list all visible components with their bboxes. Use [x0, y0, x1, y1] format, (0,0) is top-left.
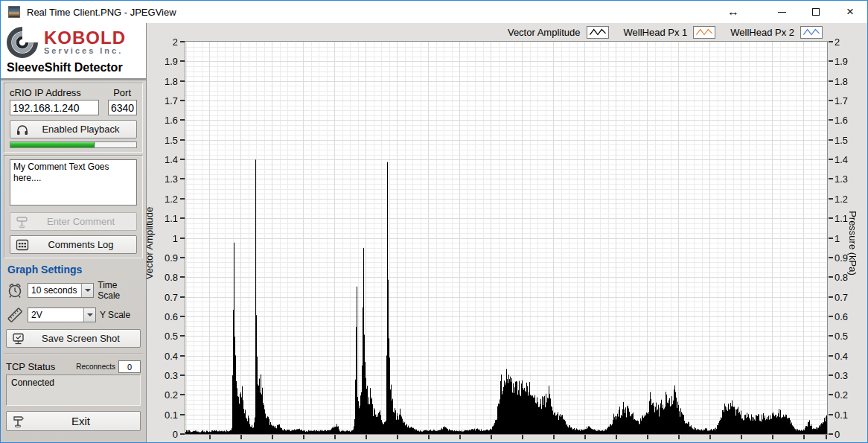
app-title: SleeveShift Detector [1, 60, 146, 80]
title-bar[interactable]: Real Time Client.PNG - JPEGView ↔ × [1, 1, 867, 23]
y-tick-mark [829, 276, 833, 278]
y-tick-mark [180, 276, 185, 278]
y-tick-label: 1.8 [835, 75, 848, 86]
y-tick-mark [180, 414, 185, 415]
y-tick-label: 0.7 [165, 291, 178, 302]
comment-textarea[interactable]: My Comment Text Goes here.... [10, 159, 137, 205]
clock-icon [6, 281, 24, 299]
combo-arrow-icon[interactable] [83, 308, 95, 322]
y-tick-mark [829, 355, 833, 357]
y-tick-mark [180, 375, 185, 376]
y-tick-mark [829, 119, 833, 121]
enter-comment-label: Enter Comment [30, 216, 132, 227]
y-tick-mark [829, 139, 833, 141]
y-tick-label: 1.3 [835, 173, 848, 185]
y-tick-mark [829, 178, 833, 179]
screenshot-icon [11, 332, 26, 345]
legend-item-vector-amplitude: Vector Amplitude [508, 26, 609, 39]
y-tick-mark [180, 238, 185, 239]
legend-label: WellHead Px 2 [730, 27, 794, 38]
legend-label: WellHead Px 1 [624, 27, 688, 38]
sidebar: KOBOLD Services Inc. SleeveShift Detecto… [1, 23, 147, 442]
y-tick-mark [829, 100, 833, 101]
resize-arrows-icon: ↔ [727, 1, 739, 23]
y-tick-mark [180, 198, 185, 200]
y-tick-label: 1.6 [835, 115, 848, 126]
brand-name: KOBOLD [44, 30, 126, 46]
y-tick-label: 1.7 [835, 95, 848, 106]
y-tick-mark [180, 355, 185, 357]
y-tick-label: 1.2 [835, 193, 848, 204]
line-swatch-icon [587, 26, 609, 39]
x-tick-mark [491, 435, 492, 439]
app-icon [8, 6, 20, 18]
left-axis-title: Vector Amplitude [147, 199, 155, 288]
enabled-playback-button[interactable]: Enabled Playback [10, 120, 137, 138]
y-tick-mark [180, 41, 185, 42]
kobold-logo: KOBOLD Services Inc. [1, 23, 146, 60]
y-scale-select[interactable]: 2V [28, 307, 96, 322]
y-tick-label: 1.7 [165, 95, 178, 106]
y-tick-label: 0.3 [165, 369, 178, 380]
y-tick-label: 0 [835, 429, 840, 440]
y-tick-mark [829, 217, 833, 219]
x-tick-mark [647, 435, 648, 439]
y-tick-label: 1.9 [165, 56, 178, 67]
enter-comment-button[interactable]: Enter Comment [10, 212, 137, 231]
y-tick-label: 0.8 [165, 272, 178, 283]
y-tick-label: 1 [835, 232, 840, 243]
time-scale-select[interactable]: 10 seconds [28, 283, 94, 298]
ip-input[interactable] [10, 100, 99, 115]
ip-label: cRIO IP Address [10, 87, 81, 98]
y-tick-label: 1.4 [165, 154, 178, 165]
port-input[interactable] [108, 100, 137, 115]
y-tick-mark [829, 257, 833, 258]
exit-signpost-icon [11, 415, 26, 428]
port-label: Port [113, 87, 131, 98]
y-tick-mark [180, 119, 185, 121]
comments-log-button[interactable]: Comments Log [10, 235, 137, 254]
x-tick-mark [741, 435, 742, 439]
line-swatch-icon [693, 26, 715, 39]
maximize-button[interactable] [799, 1, 833, 23]
save-screenshot-label: Save Screen Shot [26, 333, 135, 344]
y-tick-label: 1.9 [835, 56, 848, 67]
time-scale-label: Time Scale [98, 280, 141, 301]
sidebar-panel: cRIO IP Address Port Enabled Playba [1, 80, 146, 442]
y-tick-mark [180, 80, 185, 82]
comments-group: My Comment Text Goes here.... Enter Comm… [4, 155, 143, 258]
y-tick-label: 0.1 [835, 409, 848, 420]
y-tick-mark [180, 296, 185, 298]
y-tick-mark [180, 335, 185, 337]
right-axis-title: Pressure (kPa) [847, 199, 858, 288]
line-swatch-icon [800, 26, 823, 39]
y-tick-mark [829, 80, 833, 82]
x-tick-mark [553, 435, 555, 439]
x-tick-mark [240, 435, 242, 439]
y-tick-mark [180, 100, 185, 101]
separator [4, 354, 143, 355]
y-tick-label: 1.2 [165, 193, 178, 204]
comments-log-label: Comments Log [30, 239, 132, 250]
y-tick-mark [180, 60, 185, 62]
y-tick-label: 1.4 [835, 154, 848, 165]
minimize-button[interactable] [765, 1, 799, 23]
signpost-icon [15, 215, 30, 229]
exit-label: Exit [26, 415, 135, 427]
x-tick-mark [366, 435, 367, 439]
reconnects-label: Reconnects [76, 363, 115, 371]
signal-plot-canvas [185, 42, 827, 434]
combo-arrow-icon[interactable] [81, 284, 93, 297]
close-button[interactable]: × [833, 1, 867, 23]
y-tick-mark [829, 335, 833, 337]
y-tick-label: 1.6 [165, 115, 178, 126]
x-tick-mark [459, 435, 461, 439]
y-tick-mark [180, 316, 185, 317]
exit-button[interactable]: Exit [6, 411, 141, 431]
y-tick-mark [180, 394, 185, 395]
save-screenshot-button[interactable]: Save Screen Shot [6, 329, 141, 348]
y-tick-label: 1.1 [165, 213, 178, 224]
y-tick-mark [180, 178, 185, 179]
x-tick-mark [272, 435, 273, 439]
y-tick-mark [829, 159, 833, 160]
